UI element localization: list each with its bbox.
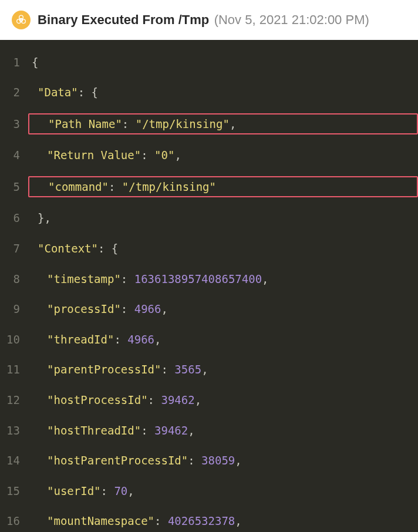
code-token: : (148, 393, 161, 406)
code-token: , (201, 363, 208, 376)
code-token: "timestamp" (47, 272, 121, 285)
code-token: , (154, 333, 161, 346)
alert-title: Binary Executed From /Tmp (38, 12, 209, 27)
code-token: : { (78, 86, 98, 99)
line-number: 8 (0, 271, 28, 287)
code-line: 15"userId": 70, (0, 476, 418, 506)
code-line: 3"Path Name": "/tmp/kinsing", (0, 107, 418, 140)
code-token: "threadId" (47, 333, 114, 346)
code-token: , (188, 424, 194, 437)
line-number: 11 (0, 362, 28, 378)
line-content: "processId": 4966, (28, 299, 418, 319)
code-token: 38059 (201, 454, 235, 467)
code-token: : (121, 272, 134, 285)
code-token: "hostThreadId" (47, 424, 141, 437)
code-line: 12"hostProcessId": 39462, (0, 385, 418, 416)
code-token: : (121, 302, 134, 315)
code-token: "mountNamespace" (47, 514, 154, 527)
line-number: 5 (0, 179, 28, 195)
line-content: "hostThreadId": 39462, (28, 421, 418, 440)
line-content: { (28, 53, 418, 72)
line-content: "Context": { (28, 239, 418, 258)
line-content: "Return Value": "0", (28, 146, 418, 165)
line-number: 15 (0, 483, 28, 499)
code-token: , (235, 454, 241, 467)
code-token: "command" (48, 180, 109, 193)
line-number: 13 (0, 423, 28, 439)
code-token: : (141, 149, 154, 161)
code-token: "parentProcessId" (47, 363, 161, 376)
code-token: "/tmp/kinsing" (136, 117, 230, 130)
line-number: 9 (0, 301, 28, 317)
alert-timestamp: (Nov 5, 2021 21:02:00 PM) (214, 12, 369, 27)
alert-header: Binary Executed From /Tmp (Nov 5, 2021 2… (0, 0, 418, 40)
code-token: : (122, 117, 136, 130)
code-line: 6}, (0, 203, 418, 234)
code-token: "Return Value" (47, 149, 141, 161)
code-token: , (127, 484, 134, 497)
line-content: "mountNamespace": 4026532378, (28, 511, 418, 531)
code-token: , (174, 149, 181, 161)
code-token: : (114, 333, 127, 346)
line-number: 7 (0, 241, 28, 257)
code-line: 4"Return Value": "0", (0, 140, 418, 171)
code-line: 14"hostParentProcessId": 38059, (0, 446, 418, 476)
code-token: "Context" (38, 242, 98, 255)
code-token: "Data" (38, 86, 78, 99)
code-line: 10"threadId": 4966, (0, 324, 418, 355)
code-token: , (262, 272, 268, 285)
code-line: 11"parentProcessId": 3565, (0, 355, 418, 385)
code-token: "hostProcessId" (47, 393, 148, 406)
line-content: "threadId": 4966, (28, 330, 418, 349)
line-number: 3 (0, 116, 28, 132)
line-number: 4 (0, 147, 28, 163)
line-number: 12 (0, 392, 28, 408)
code-line: 7"Context": { (0, 234, 418, 264)
code-token: { (32, 56, 38, 69)
code-token: , (195, 393, 201, 406)
code-token: "userId" (47, 484, 101, 497)
code-token: "Path Name" (48, 117, 122, 130)
code-token: 4966 (127, 333, 154, 346)
line-number: 10 (0, 332, 28, 348)
line-number: 14 (0, 453, 28, 469)
code-token: 4026532378 (168, 514, 235, 527)
line-number: 16 (0, 513, 28, 529)
code-token: : (141, 424, 154, 437)
code-token: 1636138957408657400 (134, 272, 262, 285)
code-token: 3565 (174, 363, 201, 376)
line-number: 2 (0, 85, 28, 100)
code-token: 70 (114, 484, 127, 497)
line-content: "hostParentProcessId": 38059, (28, 451, 418, 470)
code-token: , (230, 117, 236, 130)
line-number: 6 (0, 210, 28, 226)
code-token: "/tmp/kinsing" (122, 180, 216, 193)
line-content: "parentProcessId": 3565, (28, 360, 418, 379)
code-line: 9"processId": 4966, (0, 294, 418, 325)
code-token: : (109, 180, 122, 193)
code-token: : (161, 363, 174, 376)
code-viewer: 1{2"Data": {3"Path Name": "/tmp/kinsing"… (0, 40, 418, 532)
code-line: 5"command": "/tmp/kinsing" (0, 170, 418, 203)
code-token: : (188, 454, 201, 467)
line-number: 1 (0, 55, 28, 70)
code-token: , (161, 302, 168, 315)
line-content: "timestamp": 1636138957408657400, (28, 270, 418, 289)
code-line: 16"mountNamespace": 4026532378, (0, 506, 418, 532)
code-line: 13"hostThreadId": 39462, (0, 415, 418, 446)
line-content: "hostProcessId": 39462, (28, 390, 418, 410)
line-content: "command": "/tmp/kinsing" (28, 176, 418, 198)
code-token: : (101, 484, 114, 497)
line-content: "Path Name": "/tmp/kinsing", (28, 113, 418, 135)
line-content: "Data": { (28, 83, 418, 102)
code-token: "0" (154, 149, 174, 161)
code-line: 8"timestamp": 1636138957408657400, (0, 264, 418, 294)
biohazard-svg (15, 14, 27, 26)
code-token: 4966 (134, 302, 161, 315)
code-token: : (154, 514, 168, 527)
code-token: "hostParentProcessId" (47, 454, 188, 467)
line-content: "userId": 70, (28, 482, 418, 501)
code-line: 1{ (0, 47, 418, 78)
biohazard-icon (12, 11, 31, 29)
code-token: : { (98, 242, 118, 255)
